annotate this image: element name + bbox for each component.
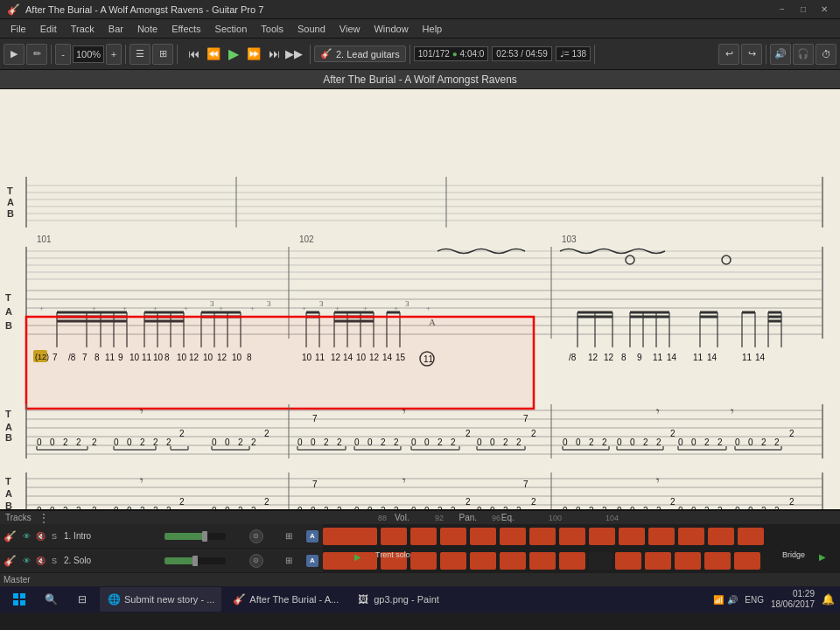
svg-text:0: 0 <box>735 438 740 447</box>
svg-text:A: A <box>5 306 12 317</box>
menu-note[interactable]: Note <box>130 22 164 36</box>
chrome-button[interactable]: 🌐 Submit new story - ... <box>100 587 221 612</box>
track-mute-solo[interactable]: 🔇 <box>34 555 46 567</box>
track-controls-solo: 👁 🔇 S <box>20 555 60 567</box>
menu-help[interactable]: Help <box>416 22 450 36</box>
solo-block-1 <box>323 552 377 570</box>
mixer-btn[interactable]: 🔊 <box>770 44 791 65</box>
svg-text:0: 0 <box>424 438 430 447</box>
svg-text:2: 2 <box>656 506 662 509</box>
undo-btn[interactable]: ↩ <box>718 44 739 65</box>
svg-text:+: + <box>426 304 430 312</box>
svg-text:2: 2 <box>789 429 794 438</box>
redo-btn[interactable]: ↪ <box>741 44 762 65</box>
svg-text:+: + <box>363 304 368 312</box>
paint-button[interactable]: 🖼 gp3.png - Paint <box>349 587 446 612</box>
svg-text:2: 2 <box>602 438 607 447</box>
tracks-panel: Tracks ⋮ Vol. Pan. Eq. 88 92 96 100 104 … <box>0 509 840 586</box>
start-button[interactable] <box>5 587 33 612</box>
vol-slider-solo[interactable] <box>164 557 226 564</box>
tempo-value: 138 <box>571 49 586 59</box>
go-start-btn[interactable]: ⏮ <box>185 46 202 63</box>
page-layout-btn[interactable]: ☰ <box>130 44 150 65</box>
svg-text:0: 0 <box>477 506 482 509</box>
guitarPro-button[interactable]: 🎸 After The Burial - A... <box>225 587 346 612</box>
svg-text:9: 9 <box>637 353 642 362</box>
track-namebar: After The Burial - A Wolf Amongst Ravens… <box>0 70 840 89</box>
go-end-btn[interactable]: ⏭ <box>265 46 283 63</box>
close-button[interactable]: ✕ <box>816 4 833 16</box>
play-btn[interactable]: ▶ <box>225 46 242 63</box>
track-controls-intro: 👁 🔇 S <box>20 530 60 542</box>
svg-text:0: 0 <box>225 506 230 509</box>
svg-text:7: 7 <box>312 414 318 424</box>
master-row: Master <box>0 573 840 586</box>
svg-text:0: 0 <box>298 438 303 447</box>
clock-date: 18/06/2017 <box>771 599 815 610</box>
menu-track[interactable]: Track <box>64 22 102 36</box>
vol-handle-solo[interactable] <box>192 556 198 566</box>
zoom-in[interactable]: + <box>106 44 122 65</box>
forward-btn[interactable]: ⏩ <box>245 46 262 63</box>
track-visibility-intro[interactable]: 👁 <box>20 530 32 542</box>
pan-knob-solo[interactable]: ⊙ <box>249 554 263 568</box>
svg-text:2: 2 <box>774 506 780 509</box>
tracks-menu-btn[interactable]: ⋮ <box>38 512 49 524</box>
menu-window[interactable]: Window <box>367 22 415 36</box>
svg-text:0: 0 <box>311 506 316 509</box>
eq-btn-solo[interactable]: ⊞ <box>285 556 292 565</box>
loop-btn[interactable]: ▶▶ <box>285 46 303 63</box>
svg-text:+: + <box>92 304 96 312</box>
position-value: 101/172 <box>418 49 450 59</box>
svg-text:2: 2 <box>153 506 158 509</box>
vol-handle-intro[interactable] <box>202 531 207 542</box>
track-visibility-solo[interactable]: 👁 <box>20 555 32 567</box>
menu-bar[interactable]: Bar <box>102 22 130 36</box>
svg-text:11: 11 <box>693 353 704 362</box>
timeline-block-7 <box>529 528 556 545</box>
svg-text:A: A <box>5 488 12 499</box>
pan-knob-intro[interactable]: ⊙ <box>249 529 263 543</box>
menu-sound[interactable]: Sound <box>290 22 332 36</box>
eq-btn-intro[interactable]: ⊞ <box>285 531 292 541</box>
menu-tools[interactable]: Tools <box>254 22 290 36</box>
svg-text:0: 0 <box>114 506 119 509</box>
svg-text:2: 2 <box>92 506 97 509</box>
svg-text:2: 2 <box>76 438 81 447</box>
menu-effects[interactable]: Effects <box>164 22 207 36</box>
track-solo-btn-solo[interactable]: S <box>48 555 60 567</box>
metronome-btn[interactable]: ⏱ <box>816 44 836 65</box>
headphone-btn[interactable]: 🎧 <box>793 44 814 65</box>
vol-slider-intro[interactable] <box>164 533 226 540</box>
menu-section[interactable]: Section <box>208 22 255 36</box>
svg-text:0: 0 <box>411 438 416 447</box>
minimize-button[interactable]: − <box>774 4 791 16</box>
search-button[interactable]: 🔍 <box>37 587 65 612</box>
track-solo-btn-intro[interactable]: S <box>48 530 60 542</box>
tool-pencil[interactable]: ✏ <box>26 44 47 65</box>
vol-container-solo <box>158 557 236 564</box>
track-name-intro: 1. Intro <box>64 531 91 541</box>
zoom-input[interactable] <box>73 46 104 63</box>
vol-container-intro <box>158 533 236 540</box>
svg-text:2: 2 <box>516 438 522 447</box>
time-92: 92 <box>435 514 444 522</box>
maximize-button[interactable]: □ <box>794 4 812 16</box>
task-view-button[interactable]: ⊟ <box>68 587 96 612</box>
paint-label: gp3.png - Paint <box>374 594 439 605</box>
menu-view[interactable]: View <box>332 22 368 36</box>
timeline-block-6 <box>500 528 526 545</box>
transport: ⏮ ⏪ ▶ ⏩ ⏭ ▶▶ <box>185 46 303 63</box>
tool-cursor[interactable]: ▶ <box>4 44 24 65</box>
menu-file[interactable]: File <box>4 22 33 36</box>
zoom-out[interactable]: - <box>55 44 71 65</box>
sep7 <box>766 45 766 64</box>
svg-text:2: 2 <box>531 429 536 438</box>
svg-text:0: 0 <box>617 506 622 509</box>
track-mute-intro[interactable]: 🔇 <box>34 530 46 542</box>
rewind-btn[interactable]: ⏪ <box>205 46 222 63</box>
svg-text:0: 0 <box>311 438 316 447</box>
menu-edit[interactable]: Edit <box>33 22 64 36</box>
multitrack-btn[interactable]: ⊞ <box>152 44 173 65</box>
notification-icon[interactable]: 🔔 <box>822 593 835 606</box>
